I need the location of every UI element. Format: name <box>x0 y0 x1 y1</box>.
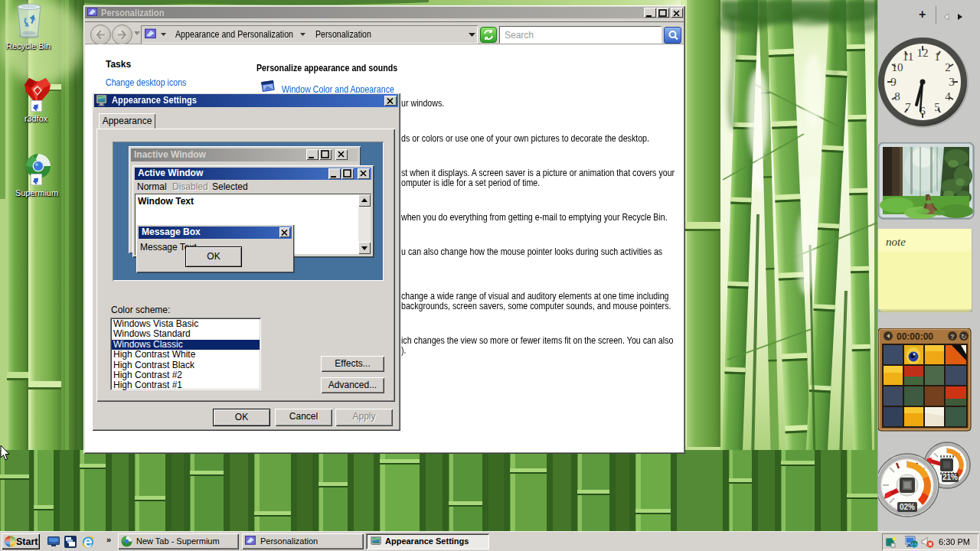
svg-text:11: 11 <box>903 51 913 63</box>
svg-text:4: 4 <box>945 90 951 103</box>
svg-text:?: ? <box>950 333 955 341</box>
svg-text:21%: 21% <box>942 473 958 481</box>
svg-text:02%: 02% <box>900 503 915 511</box>
svg-text:↻: ↻ <box>961 333 967 341</box>
svg-text:10: 10 <box>892 61 903 73</box>
svg-text:note: note <box>886 236 906 248</box>
svg-text:00:00:00: 00:00:00 <box>897 331 933 342</box>
svg-text:2: 2 <box>945 61 951 73</box>
svg-text:8: 8 <box>894 90 900 103</box>
